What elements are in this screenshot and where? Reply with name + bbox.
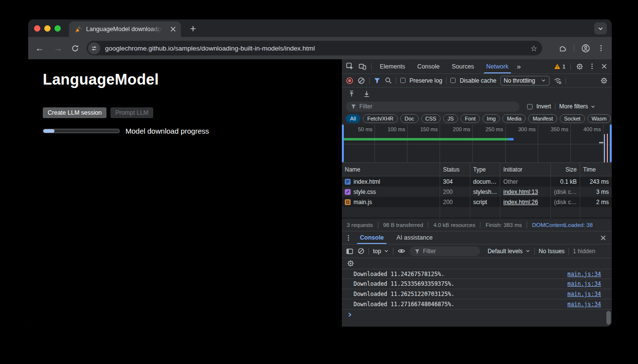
browser-menu-icon[interactable] <box>597 44 605 52</box>
chip-js[interactable]: JS <box>443 114 458 123</box>
devtools-close-icon[interactable] <box>601 63 608 70</box>
search-icon[interactable] <box>385 77 392 84</box>
chip-doc[interactable]: Doc <box>400 114 419 123</box>
request-name[interactable]: style.css <box>354 189 376 195</box>
request-name[interactable]: main.js <box>354 199 372 206</box>
preserve-log-label[interactable]: Preserve log <box>409 77 442 84</box>
console-filter-input[interactable] <box>423 248 475 255</box>
warning-count: 1 <box>563 64 566 69</box>
filter-funnel-icon[interactable] <box>373 77 381 84</box>
close-window-button[interactable] <box>34 25 40 32</box>
tab-network[interactable]: Network <box>482 59 513 73</box>
profile-icon[interactable] <box>581 44 590 53</box>
browser-tab[interactable]: LanguageModel downloadpro <box>69 21 181 37</box>
tab-close-icon[interactable] <box>169 25 177 33</box>
col-status[interactable]: Status <box>440 163 470 176</box>
network-overview-timeline[interactable]: 50 ms 100 ms 150 ms 200 ms 250 ms 300 ms… <box>342 124 612 163</box>
drawer-close-icon[interactable] <box>600 234 607 242</box>
devtools-menu-icon[interactable] <box>588 63 596 70</box>
chip-css[interactable]: CSS <box>421 114 441 123</box>
import-har-icon[interactable] <box>348 90 355 98</box>
message-source-link[interactable]: main.js:34 <box>567 301 601 308</box>
log-levels-dropdown[interactable]: Default levels <box>488 248 531 255</box>
gridline <box>440 124 440 162</box>
col-type[interactable]: Type <box>470 163 500 176</box>
message-source-link[interactable]: main.js:34 <box>567 291 601 297</box>
network-conditions-icon[interactable] <box>553 76 562 85</box>
create-llm-session-button[interactable]: Create LLM session <box>43 107 106 118</box>
col-name[interactable]: Name <box>342 163 440 176</box>
message-source-link[interactable]: main.js:34 <box>567 280 601 287</box>
context-selector[interactable]: top <box>373 248 389 255</box>
requests-table-header: Name Status Type Initiator Size Time <box>342 163 612 176</box>
tab-overview-button[interactable] <box>594 22 607 35</box>
message-source-link[interactable]: main.js:34 <box>567 271 601 277</box>
col-time[interactable]: Time <box>580 163 612 176</box>
network-filter-input[interactable] <box>359 103 514 110</box>
disable-cache-label[interactable]: Disable cache <box>460 77 496 84</box>
inspect-element-icon[interactable] <box>346 62 354 70</box>
invert-label[interactable]: Invert <box>536 103 551 110</box>
chip-manifest[interactable]: Manifest <box>528 114 557 123</box>
clear-network-log-icon[interactable] <box>357 77 365 85</box>
drawer-tab-console[interactable]: Console <box>355 231 389 244</box>
bookmark-star-icon[interactable]: ☆ <box>531 44 537 53</box>
back-button[interactable]: ← <box>35 44 44 52</box>
chip-font[interactable]: Font <box>461 114 480 123</box>
more-tabs-icon[interactable]: » <box>517 62 521 70</box>
network-settings-icon[interactable] <box>600 77 608 85</box>
console-settings-icon[interactable] <box>347 260 354 267</box>
fullscreen-window-button[interactable] <box>54 25 61 32</box>
console-message: Downloaded 11.26251220703125%. main.js:3… <box>342 289 612 299</box>
table-row[interactable]: main.js 200 script index.html:26 (disk c… <box>342 197 612 207</box>
initiator-link[interactable]: index.html:26 <box>503 199 538 206</box>
disable-cache-checkbox[interactable] <box>450 78 456 83</box>
live-expression-eye-icon[interactable] <box>397 247 406 255</box>
record-network-log-icon[interactable] <box>346 77 354 85</box>
export-har-icon[interactable] <box>363 90 371 98</box>
new-tab-button[interactable] <box>189 24 197 33</box>
throttling-select[interactable]: No throttling <box>500 76 550 86</box>
console-scrollbar-thumb[interactable] <box>606 311 611 325</box>
overview-left-handle[interactable] <box>342 124 344 162</box>
col-size[interactable]: Size <box>551 163 580 176</box>
chip-img[interactable]: Img <box>482 114 500 123</box>
forward-button[interactable]: → <box>53 44 62 52</box>
hidden-messages-count[interactable]: 1 hidden <box>573 248 595 255</box>
console-sidebar-icon[interactable] <box>346 247 354 255</box>
chip-media[interactable]: Media <box>502 114 526 123</box>
minimize-window-button[interactable] <box>44 25 51 32</box>
extensions-icon[interactable] <box>559 44 567 52</box>
device-toolbar-icon[interactable] <box>358 62 367 70</box>
clear-console-icon[interactable] <box>357 247 365 255</box>
overview-right-handle[interactable] <box>610 124 612 162</box>
chip-all[interactable]: All <box>346 114 360 123</box>
url-text[interactable]: googlechrome.github.io/samples/downloadi… <box>105 45 527 52</box>
invert-checkbox[interactable] <box>527 104 532 109</box>
tab-console[interactable]: Console <box>413 59 443 73</box>
toolbar-divider <box>574 44 574 52</box>
console-prompt[interactable] <box>342 310 612 318</box>
har-row <box>342 87 612 100</box>
address-bar[interactable]: googlechrome.github.io/samples/downloadi… <box>87 41 542 55</box>
table-row[interactable]: style.css 200 stylesh… index.html:13 (di… <box>342 187 612 197</box>
initiator-link[interactable]: index.html:13 <box>503 189 538 195</box>
more-filters-dropdown[interactable]: More filters <box>559 103 596 110</box>
tab-sources[interactable]: Sources <box>448 59 478 73</box>
console-settings-row <box>342 258 612 269</box>
issues-counter[interactable]: No Issues <box>539 248 565 255</box>
devtools-settings-icon[interactable] <box>576 63 584 70</box>
table-row[interactable]: index.html 304 docum… Other 0.1 kB 243 m… <box>342 176 612 187</box>
warning-badge[interactable]: 1 <box>554 63 566 70</box>
request-name[interactable]: index.html <box>354 178 380 185</box>
drawer-tab-ai-assistance[interactable]: AI assistance <box>391 231 437 244</box>
reload-button[interactable] <box>71 44 79 52</box>
chip-fetch-xhr[interactable]: Fetch/XHR <box>363 114 398 123</box>
tab-elements[interactable]: Elements <box>376 59 409 73</box>
chip-socket[interactable]: Socket <box>560 114 585 123</box>
site-settings-button[interactable] <box>88 42 100 54</box>
preserve-log-checkbox[interactable] <box>400 78 406 83</box>
col-initiator[interactable]: Initiator <box>500 163 551 176</box>
drawer-menu-icon[interactable] <box>345 234 352 242</box>
chip-wasm[interactable]: Wasm <box>587 114 611 123</box>
